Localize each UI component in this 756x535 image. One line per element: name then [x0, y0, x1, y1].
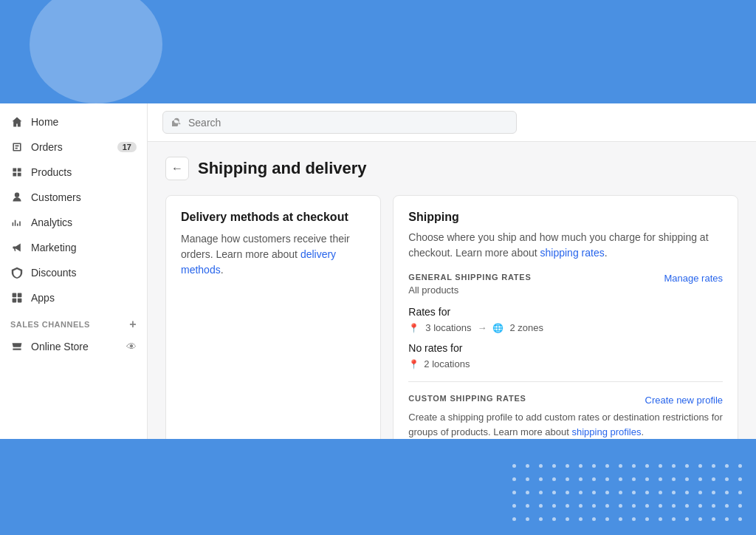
svg-rect-3 [18, 299, 22, 303]
sales-channels-header: SALES CHANNELS + [0, 310, 147, 334]
dot [605, 464, 609, 468]
marketing-icon [10, 241, 24, 254]
dot [579, 517, 583, 521]
sidebar-item-home[interactable]: Home [0, 109, 147, 134]
svg-rect-0 [13, 293, 17, 298]
general-rates-sub: All products [408, 284, 531, 296]
search-input[interactable] [188, 117, 507, 129]
sidebar-item-apps[interactable]: Apps [0, 285, 147, 310]
dot [725, 464, 729, 468]
dot [539, 477, 543, 481]
dot [712, 491, 715, 494]
sidebar-item-marketing-label: Marketing [31, 242, 76, 253]
dot [539, 491, 543, 494]
sidebar-item-online-store[interactable]: Online Store 👁 [0, 334, 147, 359]
dot [672, 504, 676, 508]
sidebar-item-customers[interactable]: Customers [0, 185, 147, 210]
shipping-card-desc: Choose where you ship and how much you c… [408, 230, 723, 261]
manage-rates-link[interactable]: Manage rates [664, 273, 724, 284]
top-banner [0, 0, 756, 103]
sidebar-item-apps-label: Apps [31, 292, 55, 304]
dot [619, 517, 622, 521]
sidebar-item-discounts[interactable]: Discounts [0, 260, 147, 285]
dot [698, 517, 702, 521]
dot [738, 477, 742, 481]
dot [592, 504, 596, 508]
dot [632, 477, 636, 481]
dot [712, 477, 715, 481]
dot [738, 504, 742, 508]
dot [632, 517, 636, 521]
dot [672, 517, 676, 521]
dot [566, 504, 569, 508]
sidebar-item-orders[interactable]: Orders 17 [0, 134, 147, 160]
dot [645, 491, 649, 494]
dot [685, 504, 689, 508]
main-layout: Home Orders 17 Products Customers [0, 103, 756, 439]
dot [605, 517, 609, 521]
sidebar-item-analytics[interactable]: Analytics [0, 210, 147, 235]
delivery-methods-card: Delivery methods at checkout Manage how … [165, 195, 381, 439]
banner-shape [30, 0, 162, 103]
sidebar-item-orders-label: Orders [31, 141, 63, 153]
dot [526, 477, 529, 481]
location-pin-icon [408, 322, 419, 333]
dot [632, 464, 636, 468]
dot [526, 491, 529, 494]
dot [632, 504, 636, 508]
dot [512, 504, 516, 508]
eye-icon[interactable]: 👁 [126, 341, 137, 352]
shipping-card: Shipping Choose where you ship and how m… [393, 195, 738, 439]
dot [632, 491, 636, 494]
dot [698, 477, 702, 481]
dot [659, 477, 662, 481]
shipping-rates-link[interactable]: shipping rates [540, 247, 605, 259]
dot [512, 464, 516, 468]
shipping-profiles-link[interactable]: shipping profiles [571, 426, 641, 437]
dot [592, 491, 596, 494]
dot [592, 464, 596, 468]
sidebar-item-marketing[interactable]: Marketing [0, 235, 147, 260]
content-grid: Delivery methods at checkout Manage how … [165, 195, 738, 439]
dot [605, 491, 609, 494]
dot [698, 464, 702, 468]
bottom-banner: // We'll generate dots via JS below [0, 439, 756, 535]
dot [605, 477, 609, 481]
online-store-left: Online Store [10, 340, 89, 353]
dot [566, 477, 569, 481]
orders-icon [10, 140, 24, 154]
dot [645, 464, 649, 468]
dot [512, 477, 516, 481]
dot [552, 464, 556, 468]
custom-rates-desc: Create a shipping profile to add custom … [408, 410, 723, 439]
dot [579, 504, 583, 508]
dot [526, 464, 529, 468]
dot [685, 491, 689, 494]
page-title: Shipping and delivery [198, 159, 367, 178]
analytics-icon [10, 216, 24, 229]
dot [659, 517, 662, 521]
dot [725, 517, 729, 521]
dot [539, 517, 543, 521]
svg-rect-1 [18, 293, 22, 298]
search-icon [172, 116, 182, 129]
sidebar-item-products[interactable]: Products [0, 160, 147, 185]
create-profile-link[interactable]: Create new profile [645, 395, 724, 406]
dot [539, 504, 543, 508]
discounts-icon [10, 266, 24, 279]
custom-rates-header-row: CUSTOM SHIPPING RATES Create new profile [408, 394, 723, 406]
orders-badge: 17 [117, 142, 137, 152]
dot [672, 491, 676, 494]
back-button[interactable]: ← [165, 157, 189, 180]
no-rates-locations: 2 locations [424, 358, 470, 369]
dot [685, 464, 689, 468]
store-icon [10, 340, 24, 353]
general-rates-header-left: GENERAL SHIPPING RATES All products [408, 273, 531, 303]
page-area: ← Shipping and delivery Delivery methods… [148, 142, 756, 439]
dot [512, 491, 516, 494]
custom-shipping-rates-section: CUSTOM SHIPPING RATES Create new profile… [408, 381, 723, 439]
zones-count: 2 zones [509, 322, 543, 333]
dot [512, 517, 516, 521]
sidebar-item-products-label: Products [31, 166, 72, 178]
add-sales-channel-button[interactable]: + [129, 318, 137, 331]
